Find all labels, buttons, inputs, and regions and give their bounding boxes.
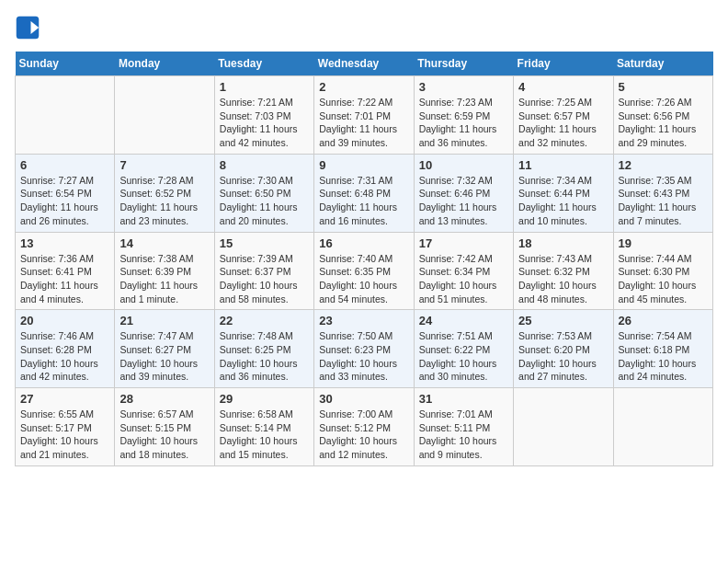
calendar-cell	[16, 76, 115, 155]
day-number: 12	[619, 158, 708, 172]
day-number: 8	[220, 158, 309, 172]
day-number: 30	[319, 392, 408, 406]
logo	[15, 15, 44, 40]
calendar-cell: 31Sunrise: 7:01 AMSunset: 5:11 PMDayligh…	[414, 388, 513, 466]
day-info: Sunrise: 6:55 AMSunset: 5:17 PMDaylight:…	[20, 408, 109, 462]
calendar-cell	[115, 76, 214, 155]
weekday-header: Saturday	[613, 52, 712, 76]
day-info: Sunrise: 7:54 AMSunset: 6:18 PMDaylight:…	[619, 329, 708, 384]
calendar-cell: 28Sunrise: 6:57 AMSunset: 5:15 PMDayligh…	[115, 388, 214, 466]
calendar-cell: 15Sunrise: 7:39 AMSunset: 6:37 PMDayligh…	[214, 232, 313, 310]
calendar-week-row: 27Sunrise: 6:55 AMSunset: 5:17 PMDayligh…	[16, 388, 713, 466]
day-number: 27	[20, 392, 109, 406]
day-info: Sunrise: 7:30 AMSunset: 6:50 PMDaylight:…	[220, 174, 309, 228]
day-number: 19	[619, 236, 708, 250]
calendar-cell: 10Sunrise: 7:32 AMSunset: 6:46 PMDayligh…	[414, 154, 513, 232]
day-info: Sunrise: 7:44 AMSunset: 6:30 PMDaylight:…	[619, 252, 708, 306]
calendar-cell	[613, 388, 712, 466]
day-number: 20	[20, 314, 109, 327]
calendar-cell: 24Sunrise: 7:51 AMSunset: 6:22 PMDayligh…	[414, 310, 513, 388]
day-number: 7	[119, 158, 209, 172]
day-number: 2	[319, 80, 408, 94]
day-info: Sunrise: 7:22 AMSunset: 7:01 PMDaylight:…	[319, 96, 408, 150]
calendar-table: SundayMondayTuesdayWednesdayThursdayFrid…	[15, 52, 713, 466]
weekday-header: Wednesday	[314, 52, 414, 76]
day-info: Sunrise: 7:38 AMSunset: 6:39 PMDaylight:…	[119, 252, 209, 306]
day-info: Sunrise: 7:36 AMSunset: 6:41 PMDaylight:…	[20, 252, 109, 306]
calendar-cell: 4Sunrise: 7:25 AMSunset: 6:57 PMDaylight…	[514, 76, 613, 155]
day-number: 21	[119, 314, 209, 327]
day-number: 5	[619, 80, 708, 94]
calendar-week-row: 13Sunrise: 7:36 AMSunset: 6:41 PMDayligh…	[16, 232, 713, 310]
day-info: Sunrise: 6:57 AMSunset: 5:15 PMDaylight:…	[119, 408, 209, 462]
weekday-header: Tuesday	[214, 52, 313, 76]
day-number: 15	[220, 236, 309, 250]
weekday-header: Thursday	[414, 52, 513, 76]
day-info: Sunrise: 7:39 AMSunset: 6:37 PMDaylight:…	[220, 252, 309, 306]
calendar-cell: 8Sunrise: 7:30 AMSunset: 6:50 PMDaylight…	[214, 154, 313, 232]
day-info: Sunrise: 7:01 AMSunset: 5:11 PMDaylight:…	[419, 408, 508, 462]
weekday-header: Sunday	[16, 52, 115, 76]
day-info: Sunrise: 7:43 AMSunset: 6:32 PMDaylight:…	[518, 252, 608, 306]
day-info: Sunrise: 7:00 AMSunset: 5:12 PMDaylight:…	[319, 408, 408, 462]
calendar-cell: 16Sunrise: 7:40 AMSunset: 6:35 PMDayligh…	[314, 232, 414, 310]
calendar-cell: 25Sunrise: 7:53 AMSunset: 6:20 PMDayligh…	[514, 310, 613, 388]
day-info: Sunrise: 7:53 AMSunset: 6:20 PMDaylight:…	[518, 329, 608, 384]
day-number: 24	[419, 314, 508, 327]
day-number: 22	[220, 314, 309, 327]
day-number: 10	[419, 158, 508, 172]
day-info: Sunrise: 7:23 AMSunset: 6:59 PMDaylight:…	[419, 96, 508, 150]
weekday-header: Friday	[514, 52, 613, 76]
day-info: Sunrise: 7:31 AMSunset: 6:48 PMDaylight:…	[319, 174, 408, 228]
logo-icon	[15, 15, 40, 40]
day-info: Sunrise: 7:26 AMSunset: 6:56 PMDaylight:…	[619, 96, 708, 150]
calendar-cell: 12Sunrise: 7:35 AMSunset: 6:43 PMDayligh…	[613, 154, 712, 232]
day-info: Sunrise: 7:25 AMSunset: 6:57 PMDaylight:…	[518, 96, 608, 150]
day-number: 23	[319, 314, 408, 327]
page-header	[15, 15, 713, 40]
day-info: Sunrise: 7:27 AMSunset: 6:54 PMDaylight:…	[20, 174, 109, 228]
calendar-cell: 9Sunrise: 7:31 AMSunset: 6:48 PMDaylight…	[314, 154, 414, 232]
day-number: 26	[619, 314, 708, 327]
day-info: Sunrise: 7:35 AMSunset: 6:43 PMDaylight:…	[619, 174, 708, 228]
day-number: 13	[20, 236, 109, 250]
day-info: Sunrise: 7:34 AMSunset: 6:44 PMDaylight:…	[518, 174, 608, 228]
weekday-header-row: SundayMondayTuesdayWednesdayThursdayFrid…	[16, 52, 713, 76]
calendar-cell: 2Sunrise: 7:22 AMSunset: 7:01 PMDaylight…	[314, 76, 414, 155]
calendar-week-row: 6Sunrise: 7:27 AMSunset: 6:54 PMDaylight…	[16, 154, 713, 232]
day-number: 4	[518, 80, 608, 94]
weekday-header: Monday	[115, 52, 214, 76]
calendar-cell: 1Sunrise: 7:21 AMSunset: 7:03 PMDaylight…	[214, 76, 313, 155]
calendar-week-row: 1Sunrise: 7:21 AMSunset: 7:03 PMDaylight…	[16, 76, 713, 155]
day-info: Sunrise: 7:47 AMSunset: 6:27 PMDaylight:…	[119, 329, 209, 384]
calendar-cell: 7Sunrise: 7:28 AMSunset: 6:52 PMDaylight…	[115, 154, 214, 232]
day-info: Sunrise: 7:40 AMSunset: 6:35 PMDaylight:…	[319, 252, 408, 306]
day-number: 14	[119, 236, 209, 250]
calendar-cell: 17Sunrise: 7:42 AMSunset: 6:34 PMDayligh…	[414, 232, 513, 310]
calendar-cell: 3Sunrise: 7:23 AMSunset: 6:59 PMDaylight…	[414, 76, 513, 155]
day-number: 25	[518, 314, 608, 327]
calendar-cell: 11Sunrise: 7:34 AMSunset: 6:44 PMDayligh…	[514, 154, 613, 232]
day-number: 17	[419, 236, 508, 250]
day-info: Sunrise: 6:58 AMSunset: 5:14 PMDaylight:…	[220, 408, 309, 462]
day-number: 18	[518, 236, 608, 250]
day-number: 1	[220, 80, 309, 94]
calendar-cell: 26Sunrise: 7:54 AMSunset: 6:18 PMDayligh…	[613, 310, 712, 388]
day-number: 31	[419, 392, 508, 406]
calendar-cell: 14Sunrise: 7:38 AMSunset: 6:39 PMDayligh…	[115, 232, 214, 310]
calendar-cell: 20Sunrise: 7:46 AMSunset: 6:28 PMDayligh…	[16, 310, 115, 388]
day-number: 9	[319, 158, 408, 172]
day-number: 3	[419, 80, 508, 94]
calendar-cell: 30Sunrise: 7:00 AMSunset: 5:12 PMDayligh…	[314, 388, 414, 466]
calendar-cell	[514, 388, 613, 466]
calendar-cell: 23Sunrise: 7:50 AMSunset: 6:23 PMDayligh…	[314, 310, 414, 388]
calendar-cell: 5Sunrise: 7:26 AMSunset: 6:56 PMDaylight…	[613, 76, 712, 155]
calendar-week-row: 20Sunrise: 7:46 AMSunset: 6:28 PMDayligh…	[16, 310, 713, 388]
calendar-cell: 22Sunrise: 7:48 AMSunset: 6:25 PMDayligh…	[214, 310, 313, 388]
day-number: 6	[20, 158, 109, 172]
day-number: 28	[119, 392, 209, 406]
calendar-cell: 21Sunrise: 7:47 AMSunset: 6:27 PMDayligh…	[115, 310, 214, 388]
calendar-cell: 6Sunrise: 7:27 AMSunset: 6:54 PMDaylight…	[16, 154, 115, 232]
day-info: Sunrise: 7:28 AMSunset: 6:52 PMDaylight:…	[119, 174, 209, 228]
calendar-cell: 18Sunrise: 7:43 AMSunset: 6:32 PMDayligh…	[514, 232, 613, 310]
